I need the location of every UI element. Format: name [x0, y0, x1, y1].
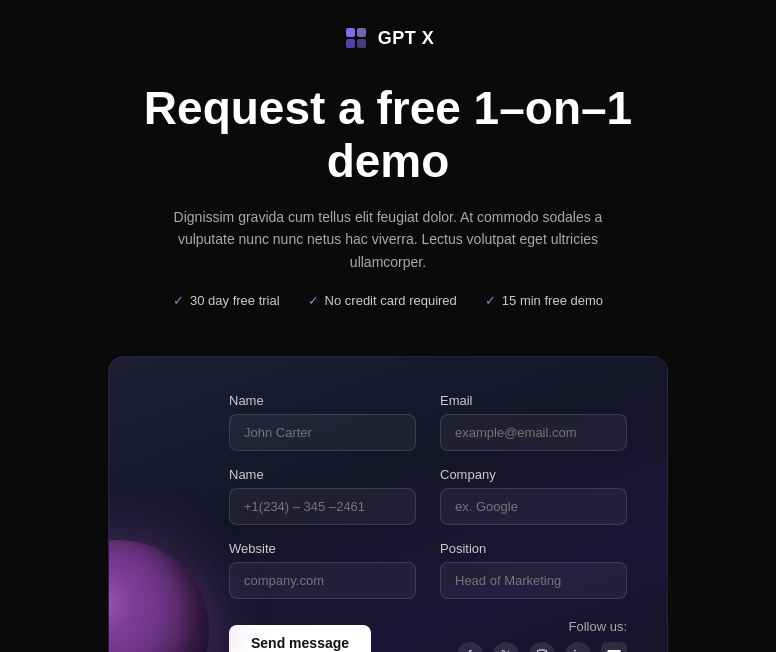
facebook-icon[interactable]: f [457, 642, 483, 652]
svg-rect-2 [346, 39, 355, 48]
logo-icon [342, 24, 370, 52]
hero-subtitle: Dignissim gravida cum tellus elit feugia… [168, 206, 608, 273]
feature-item-3: ✓ 15 min free demo [485, 293, 603, 308]
feature-text-1: 30 day free trial [190, 293, 280, 308]
label-name: Name [229, 393, 416, 408]
form-group-phone: Name [229, 467, 416, 525]
form-grid: Name Email Name Company Website Position [229, 393, 627, 599]
hero-section: Request a free 1–on–1 demo Dignissim gra… [78, 72, 698, 356]
social-section: Follow us: f 𝕏 in [457, 619, 627, 652]
input-phone[interactable] [229, 488, 416, 525]
label-email: Email [440, 393, 627, 408]
send-message-button[interactable]: Send message [229, 625, 371, 652]
follow-label: Follow us: [568, 619, 627, 634]
header: GPT X [342, 0, 435, 72]
input-email[interactable] [440, 414, 627, 451]
check-icon-3: ✓ [485, 293, 496, 308]
input-company[interactable] [440, 488, 627, 525]
svg-rect-0 [346, 28, 355, 37]
hero-title: Request a free 1–on–1 demo [78, 82, 698, 188]
form-group-website: Website [229, 541, 416, 599]
input-name[interactable] [229, 414, 416, 451]
youtube-icon[interactable] [601, 642, 627, 652]
input-website[interactable] [229, 562, 416, 599]
label-website: Website [229, 541, 416, 556]
svg-rect-1 [357, 28, 366, 37]
linkedin-icon[interactable]: in [565, 642, 591, 652]
form-group-position: Position [440, 541, 627, 599]
globe-decoration [108, 540, 209, 652]
form-group-company: Company [440, 467, 627, 525]
feature-text-3: 15 min free demo [502, 293, 603, 308]
brand-name: GPT X [378, 28, 435, 49]
feature-item-1: ✓ 30 day free trial [173, 293, 280, 308]
feature-text-2: No credit card required [325, 293, 457, 308]
features-list: ✓ 30 day free trial ✓ No credit card req… [78, 293, 698, 308]
svg-rect-3 [357, 39, 366, 48]
twitter-icon[interactable]: 𝕏 [493, 642, 519, 652]
social-icons: f 𝕏 in [457, 642, 627, 652]
label-company: Company [440, 467, 627, 482]
label-phone: Name [229, 467, 416, 482]
form-footer: Send message Follow us: f 𝕏 in [229, 619, 627, 652]
label-position: Position [440, 541, 627, 556]
input-position[interactable] [440, 562, 627, 599]
check-icon-2: ✓ [308, 293, 319, 308]
check-icon-1: ✓ [173, 293, 184, 308]
instagram-icon[interactable] [529, 642, 555, 652]
feature-item-2: ✓ No credit card required [308, 293, 457, 308]
form-group-name: Name [229, 393, 416, 451]
form-card: Name Email Name Company Website Position… [108, 356, 668, 652]
form-group-email: Email [440, 393, 627, 451]
